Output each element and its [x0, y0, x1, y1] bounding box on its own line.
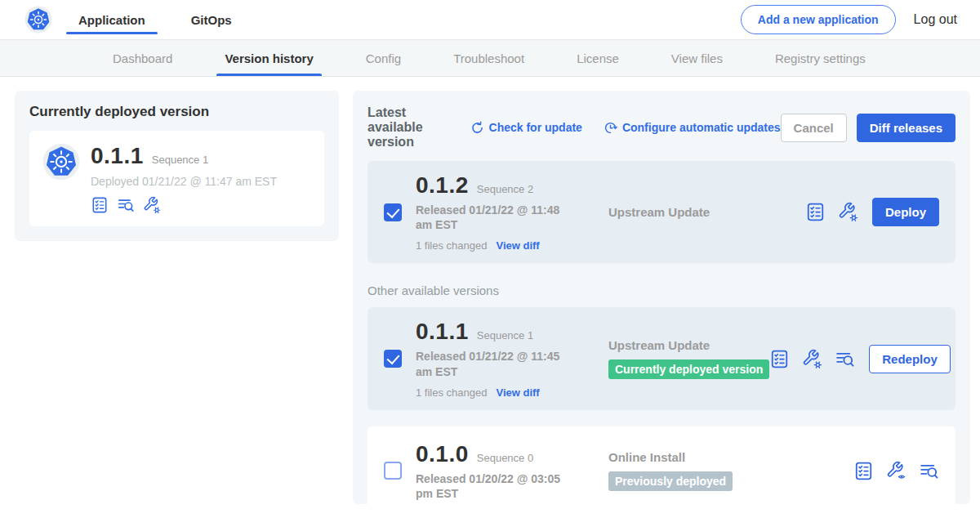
version-row-0-1-2: 0.1.2 Sequence 2 Released 01/21/22 @ 11:…: [368, 161, 956, 263]
topnav-tab-gitops[interactable]: GitOps: [191, 0, 232, 39]
sequence-label: Sequence 0: [477, 452, 533, 464]
topnav-tab-application-label: Application: [78, 13, 145, 27]
view-config-icon[interactable]: [886, 461, 906, 481]
config-icon[interactable]: [802, 349, 822, 369]
deployed-version-number: 0.1.1: [91, 143, 144, 169]
tab-dashboard[interactable]: Dashboard: [113, 40, 172, 76]
check-for-update-link[interactable]: Check for update: [470, 121, 582, 135]
version-number: 0.1.2: [416, 172, 469, 199]
panel-header: Latest available version Check for updat…: [368, 105, 956, 150]
deployed-timestamp: Deployed 01/21/22 @ 11:47 am EST: [91, 175, 277, 188]
version-row-0-1-1: 0.1.1 Sequence 1 Released 01/21/22 @ 11:…: [368, 307, 956, 409]
logout-link[interactable]: Log out: [914, 12, 957, 27]
topnav-tab-application[interactable]: Application: [78, 0, 145, 39]
deploy-button[interactable]: Deploy: [872, 198, 939, 226]
other-versions-title: Other available versions: [368, 284, 956, 297]
version-source-label: Online Install: [608, 450, 853, 464]
view-diff-link[interactable]: View diff: [496, 239, 539, 252]
add-application-button[interactable]: Add a new application: [741, 5, 896, 34]
release-notes-icon[interactable]: [769, 349, 790, 369]
release-notes-icon[interactable]: [805, 202, 826, 222]
tab-troubleshoot[interactable]: Troubleshoot: [453, 40, 524, 76]
view-diff-link[interactable]: View diff: [496, 386, 539, 399]
release-notes-icon[interactable]: [853, 461, 874, 481]
tab-license[interactable]: License: [577, 40, 619, 76]
released-timestamp: Released 01/21/22 @ 11:45 am EST: [416, 349, 576, 378]
latest-available-title: Latest available version: [368, 105, 459, 150]
deploy-logs-icon[interactable]: [117, 196, 135, 214]
version-source-label: Upstream Update: [608, 205, 805, 219]
kubernetes-logo-icon: [24, 6, 52, 33]
app-sub-nav: Dashboard Version history Config Trouble…: [0, 40, 980, 77]
top-nav: Application GitOps Add a new application…: [0, 0, 980, 40]
version-number: 0.1.0: [416, 441, 469, 467]
tab-version-history[interactable]: Version history: [225, 40, 313, 76]
available-versions-panel: Latest available version Check for updat…: [353, 91, 970, 504]
diff-releases-button[interactable]: Diff releases: [857, 114, 956, 142]
deploy-logs-icon[interactable]: [919, 461, 939, 481]
currently-deployed-badge: Currently deployed version: [608, 359, 769, 379]
tab-view-files[interactable]: View files: [671, 40, 723, 76]
version-0-1-1-checkbox[interactable]: [384, 350, 402, 368]
deploy-logs-icon[interactable]: [835, 349, 855, 369]
sequence-label: Sequence 2: [477, 183, 533, 195]
currently-deployed-card: Currently deployed version 0.1.1 Sequenc…: [15, 91, 339, 241]
deployed-sequence-label: Sequence 1: [152, 154, 208, 166]
version-0-1-2-checkbox[interactable]: [384, 203, 402, 221]
configure-updates-link[interactable]: Configure automatic updates: [604, 121, 781, 135]
main-content: Currently deployed version 0.1.1 Sequenc…: [0, 77, 980, 504]
release-notes-icon[interactable]: [91, 196, 109, 214]
schedule-icon: [604, 121, 617, 135]
topnav-tabs: Application GitOps: [78, 0, 232, 39]
released-timestamp: Released 01/21/22 @ 11:48 am EST: [416, 203, 576, 232]
redeploy-button[interactable]: Redeploy: [869, 345, 951, 373]
version-number: 0.1.1: [416, 319, 469, 345]
configure-updates-label: Configure automatic updates: [622, 121, 781, 134]
app-logo-icon: [42, 143, 80, 181]
topnav-tab-gitops-label: GitOps: [191, 13, 232, 27]
cancel-button[interactable]: Cancel: [781, 114, 847, 142]
refresh-icon: [470, 121, 484, 135]
released-timestamp: Released 01/20/22 @ 03:05 pm EST: [416, 471, 576, 501]
config-icon[interactable]: [838, 202, 858, 222]
tab-registry-settings[interactable]: Registry settings: [775, 40, 866, 76]
version-0-1-0-checkbox[interactable]: [384, 462, 402, 480]
files-changed-label: 1 files changed: [416, 239, 487, 252]
previously-deployed-badge: Previously deployed: [608, 471, 733, 491]
version-row-0-1-0: 0.1.0 Sequence 0 Released 01/20/22 @ 03:…: [368, 426, 956, 504]
sequence-label: Sequence 1: [477, 329, 533, 342]
files-changed-label: 1 files changed: [416, 386, 487, 399]
deployed-card-title: Currently deployed version: [29, 104, 324, 120]
check-for-update-label: Check for update: [489, 121, 582, 134]
deployed-version-card: 0.1.1 Sequence 1 Deployed 01/21/22 @ 11:…: [29, 131, 324, 226]
config-icon[interactable]: [143, 196, 161, 214]
tab-config[interactable]: Config: [366, 40, 401, 76]
version-source-label: Upstream Update: [608, 338, 769, 352]
